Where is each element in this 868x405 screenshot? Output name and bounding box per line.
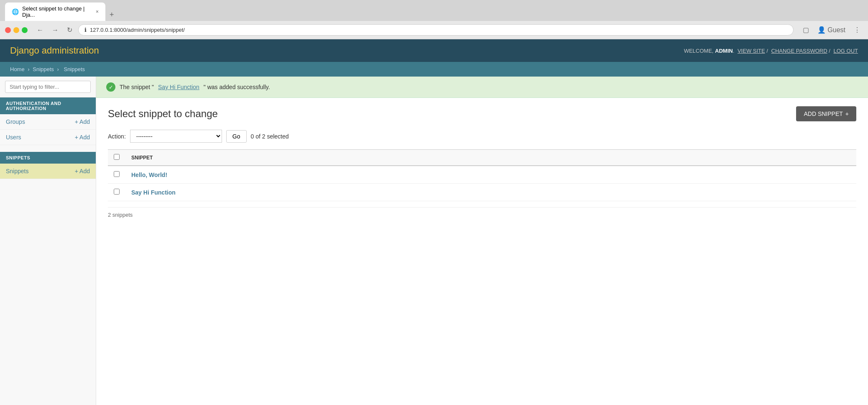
breadcrumb-snippets-parent[interactable]: Snippets [33,66,54,72]
browser-nav: ← → ↻ [34,25,75,35]
log-out-link[interactable]: LOG OUT [833,48,858,54]
success-text-after: " was added successfully. [204,84,270,90]
sidebar-item-groups: Groups + Add [0,114,96,130]
welcome-text: WELCOME, [684,48,714,54]
sidebar-item-users: Users + Add [0,130,96,145]
table-row: Say Hi Function [108,184,856,201]
tab-title: Select snippet to change | Dja... [22,5,92,18]
snippet-checkbox-1[interactable] [114,189,120,195]
table-row: Hello, World! [108,166,856,184]
snippet-count: 2 snippets [108,207,856,218]
django-admin-title: Django administration [10,45,99,56]
breadcrumb-sep1: › [28,66,29,72]
new-tab-button[interactable]: + [106,9,117,21]
lock-icon: ℹ [84,27,87,33]
action-bar: Action: --------- Delete selected snippe… [108,130,856,143]
page-title: Select snippet to change [108,108,218,120]
select-all-checkbox[interactable] [114,154,120,160]
snippet-link-0[interactable]: Hello, World! [131,172,167,178]
auth-section-header: AUTHENTICATION AND AUTHORIZATION [0,97,96,114]
url-text: 127.0.0.1:8000/admin/snippets/snippet/ [90,27,185,33]
selected-count: 0 of 2 selected [251,133,289,140]
maximize-traffic-light[interactable] [22,27,28,33]
snippet-checkbox-0[interactable] [114,171,120,177]
success-banner: ✓ The snippet "Say Hi Function" was adde… [96,77,868,98]
main-layout: AUTHENTICATION AND AUTHORIZATION Groups … [0,77,868,405]
groups-add-link[interactable]: + Add [75,118,90,125]
snippet-link-1[interactable]: Say Hi Function [131,189,176,196]
action-label: Action: [108,133,126,140]
tab-bar: 🌐 Select snippet to change | Dja... × + [0,0,868,21]
user-menu-button[interactable]: 👤 Guest [815,25,848,35]
success-icon: ✓ [106,82,115,92]
view-site-link[interactable]: VIEW SITE [738,48,765,54]
forward-button[interactable]: → [49,26,61,35]
users-link[interactable]: Users [6,134,21,141]
add-snippet-label: ADD SNIPPET [804,110,842,117]
refresh-button[interactable]: ↻ [64,25,75,35]
success-snippet-link[interactable]: Say Hi Function [158,84,199,90]
browser-tools: ▢ 👤 Guest ⋮ [800,25,863,35]
admin-username: ADMIN [715,48,733,54]
breadcrumb-sep2: › [57,66,59,72]
close-traffic-light[interactable] [5,27,11,33]
add-snippet-button[interactable]: ADD SNIPPET + [796,106,856,121]
success-text-before: The snippet " [120,84,154,90]
change-password-link[interactable]: CHANGE PASSWORD [771,48,827,54]
groups-link[interactable]: Groups [6,118,25,125]
active-tab: 🌐 Select snippet to change | Dja... × [5,3,105,21]
minimize-traffic-light[interactable] [13,27,19,33]
tab-close-button[interactable]: × [96,9,99,15]
back-button[interactable]: ← [34,26,46,35]
content-area: ✓ The snippet "Say Hi Function" was adde… [96,77,868,405]
action-select[interactable]: --------- Delete selected snippets [130,130,222,143]
sidebar-filter-input[interactable] [5,81,91,93]
go-button[interactable]: Go [226,130,247,143]
globe-icon: 🌐 [12,8,19,15]
snippet-column-header: SNIPPET [125,150,856,166]
user-nav: WELCOME, ADMIN. VIEW SITE / CHANGE PASSW… [684,48,858,54]
select-all-header [108,150,125,166]
add-snippet-icon: + [845,110,849,117]
browser-menu-button[interactable]: ⋮ [851,25,863,35]
traffic-lights [5,27,28,33]
breadcrumb-home[interactable]: Home [10,66,25,72]
browser-chrome: 🌐 Select snippet to change | Dja... × + … [0,0,868,39]
snippets-add-link[interactable]: + Add [75,168,90,174]
address-bar[interactable]: ℹ 127.0.0.1:8000/admin/snippets/snippet/ [78,24,794,36]
content-header: Select snippet to change ADD SNIPPET + [108,106,856,121]
django-header: Django administration WELCOME, ADMIN. VI… [0,39,868,62]
users-add-link[interactable]: + Add [75,134,90,141]
content-inner: Select snippet to change ADD SNIPPET + A… [96,98,868,226]
breadcrumb: Home › Snippets › Snippets [0,62,868,77]
sidebar-filter-container [0,77,96,97]
snippets-link[interactable]: Snippets [6,168,28,174]
breadcrumb-current: Snippets [64,66,85,72]
snippets-section-header: SNIPPETS [0,152,96,164]
sidebar-item-snippets: Snippets + Add [0,164,96,179]
snippets-table: SNIPPET Hello, World! Say Hi Function [108,149,856,201]
sidebar-spacer [0,145,96,152]
sidebar: AUTHENTICATION AND AUTHORIZATION Groups … [0,77,96,405]
fullscreen-button[interactable]: ▢ [800,25,812,35]
